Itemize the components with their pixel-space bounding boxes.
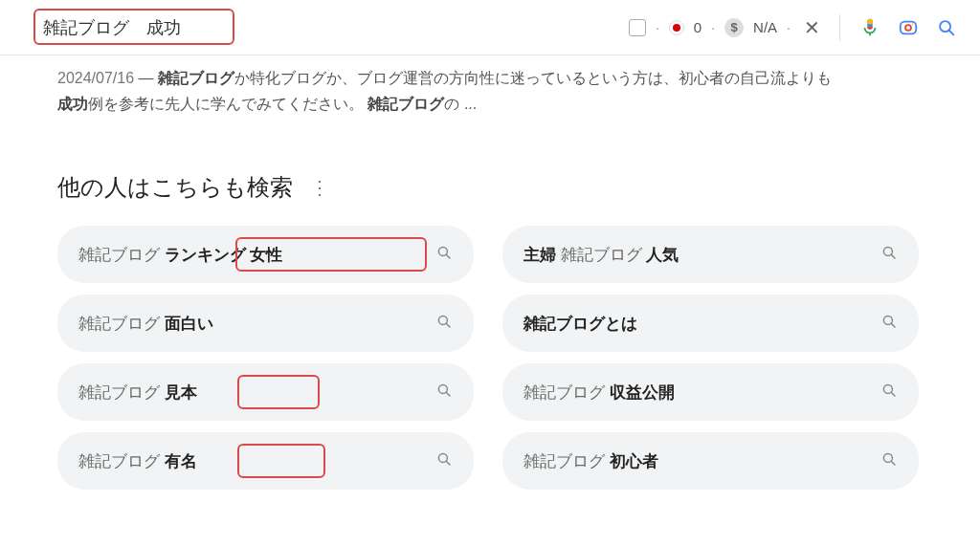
snippet-text-2: 例を参考に先人に学んでみてください。	[88, 96, 368, 112]
separator-dot: ·	[656, 20, 659, 35]
svg-line-18	[446, 462, 450, 466]
snippet-sep: —	[134, 70, 158, 86]
svg-point-2	[912, 23, 914, 25]
related-search-item[interactable]: 主婦 雑記ブログ 人気	[502, 226, 919, 283]
search-icon	[435, 382, 453, 403]
related-search-text: 雑記ブログ ランキング 女性	[78, 244, 435, 266]
svg-line-8	[891, 255, 895, 259]
svg-point-1	[905, 25, 911, 31]
result-snippet: 2024/07/16 — 雑記ブログか特化ブログか、ブログ運営の方向性に迷ってい…	[57, 65, 842, 117]
currency-icon: $	[724, 18, 744, 37]
related-search-text: 主婦 雑記ブログ 人気	[523, 244, 880, 266]
search-icon	[880, 244, 898, 265]
svg-line-6	[446, 255, 450, 259]
search-bar: 雑記ブログ 成功 · 0 · $ N/A · ✕	[0, 0, 980, 55]
search-input-wrapper[interactable]: 雑記ブログ 成功	[33, 11, 190, 45]
svg-line-12	[891, 324, 895, 328]
voice-search-icon[interactable]	[856, 13, 884, 42]
snippet-bold-3: 雑記ブログ	[368, 96, 444, 112]
related-search-item[interactable]: 雑記ブログ 収益公開	[502, 363, 919, 421]
related-search-item[interactable]: 雑記ブログ 面白い	[57, 295, 474, 352]
related-search-text: 雑記ブログ 初心者	[523, 450, 880, 472]
search-icon	[880, 382, 898, 403]
search-query-text[interactable]: 雑記ブログ 成功	[33, 11, 190, 45]
snippet-bold-1: 雑記ブログ	[158, 70, 234, 86]
related-search-text: 雑記ブログ 見本	[78, 382, 435, 404]
snippet-date: 2024/07/16	[57, 70, 134, 86]
search-submit-icon[interactable]	[932, 13, 961, 42]
related-search-item[interactable]: 雑記ブログ 見本	[57, 363, 474, 421]
related-search-text: 雑記ブログ 面白い	[78, 313, 435, 335]
search-icon	[880, 313, 898, 334]
image-search-icon[interactable]	[894, 13, 923, 42]
related-search-item[interactable]: 雑記ブログ ランキング 女性	[57, 226, 474, 283]
related-searches-grid: 雑記ブログ ランキング 女性主婦 雑記ブログ 人気雑記ブログ 面白い雑記ブログと…	[57, 226, 919, 490]
related-search-item[interactable]: 雑記ブログとは	[502, 295, 919, 352]
related-search-text: 雑記ブログとは	[523, 313, 880, 335]
related-searches-header: 他の人はこちらも検索 ⋮	[57, 172, 923, 203]
checkbox-control[interactable]	[629, 19, 646, 36]
search-bar-tools: · 0 · $ N/A · ✕	[629, 13, 961, 42]
related-search-item[interactable]: 雑記ブログ 初心者	[502, 432, 919, 490]
search-icon	[435, 313, 453, 334]
separator-dot: ·	[787, 20, 791, 35]
vertical-separator	[839, 14, 840, 41]
na-label: N/A	[753, 19, 777, 35]
related-search-text: 雑記ブログ 有名	[78, 450, 435, 472]
svg-line-16	[891, 393, 895, 397]
snippet-bold-2: 成功	[57, 96, 88, 112]
svg-line-20	[891, 462, 895, 466]
region-counter: 0	[694, 19, 702, 35]
separator-dot: ·	[711, 20, 715, 35]
svg-line-14	[446, 393, 450, 397]
related-searches-title: 他の人はこちらも検索	[57, 172, 293, 203]
svg-rect-0	[901, 21, 917, 33]
search-icon	[435, 244, 453, 265]
snippet-text-1: か特化ブログか、ブログ運営の方向性に迷っているという方は、初心者の自己流よりも	[234, 70, 832, 86]
clear-search-button[interactable]: ✕	[800, 16, 824, 39]
flag-jp-icon	[669, 20, 684, 35]
snippet-text-3: の ...	[444, 96, 477, 112]
more-options-icon[interactable]: ⋮	[310, 176, 326, 199]
search-icon	[435, 450, 453, 471]
results-content: 2024/07/16 — 雑記ブログか特化ブログか、ブログ運営の方向性に迷ってい…	[0, 65, 980, 490]
search-icon	[880, 450, 898, 471]
related-search-item[interactable]: 雑記ブログ 有名	[57, 432, 474, 490]
svg-line-10	[446, 324, 450, 328]
related-search-text: 雑記ブログ 収益公開	[523, 382, 880, 404]
svg-line-4	[949, 30, 954, 34]
